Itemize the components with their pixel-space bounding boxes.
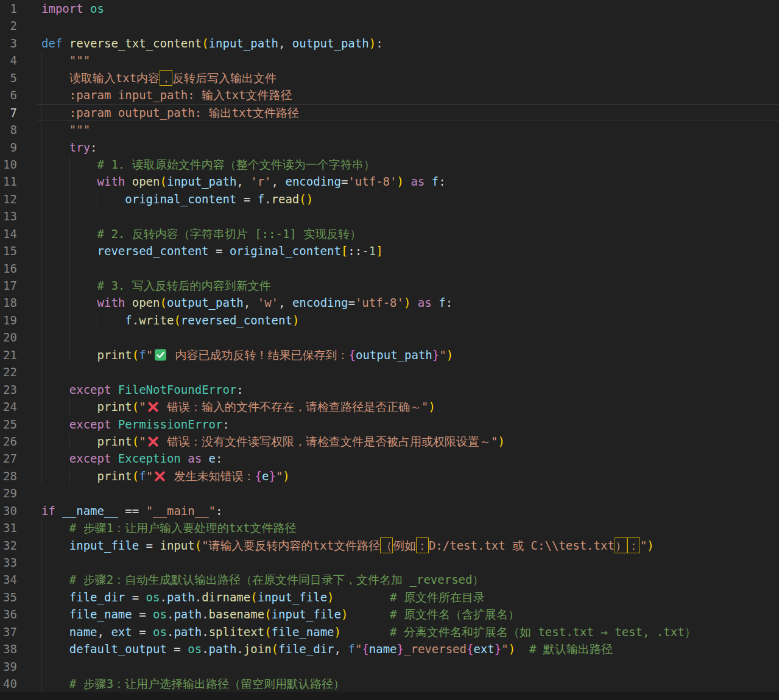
line-number[interactable]: 32 [0,537,37,554]
code-line-content[interactable]: input_file = input("请输入要反转内容的txt文件路径（例如：… [37,537,779,554]
code-line[interactable]: 36 file_name = os.path.basename(input_fi… [0,606,779,623]
code-editor[interactable]: 1import os23def reverse_txt_content(inpu… [0,0,779,700]
line-number[interactable]: 31 [0,519,37,536]
line-number[interactable]: 29 [0,485,37,502]
code-line-content[interactable] [37,363,779,380]
code-line[interactable]: 31 # 步骤1：让用户输入要处理的txt文件路径 [0,519,779,536]
line-number[interactable]: 14 [0,225,37,242]
code-line-content[interactable] [37,208,779,225]
code-line-content[interactable]: print(f" 发生未知错误：{e}") [37,467,779,485]
code-line[interactable]: 28 print(f" 发生未知错误：{e}") [0,467,779,485]
code-line-content[interactable]: """ [37,52,779,69]
code-line[interactable]: 11 with open(input_path, 'r', encoding='… [0,173,779,190]
code-line-content[interactable] [37,554,779,571]
line-number[interactable]: 17 [0,277,37,294]
code-line[interactable]: 10 # 1. 读取原始文件内容（整个文件读为一个字符串） [0,156,779,173]
line-number[interactable]: 1 [0,0,37,17]
code-line[interactable]: 32 input_file = input("请输入要反转内容的txt文件路径（… [0,537,779,554]
code-line[interactable]: 6 :param input_path: 输入txt文件路径 [0,86,779,103]
line-number[interactable]: 11 [0,173,37,190]
code-line[interactable]: 1import os [0,0,779,17]
code-line[interactable]: 37 name, ext = os.path.splitext(file_nam… [0,623,779,640]
code-line-content[interactable]: :param input_path: 输入txt文件路径 [37,86,779,103]
line-number[interactable]: 33 [0,554,37,571]
code-line-content[interactable]: file_dir = os.path.dirname(input_file) #… [37,589,779,606]
code-line-content[interactable]: reversed_content = original_content[::-1… [37,242,779,259]
code-line-content[interactable]: except Exception as e: [37,450,779,467]
line-number[interactable]: 5 [0,69,37,86]
line-number[interactable]: 37 [0,623,37,640]
code-line[interactable]: 4 """ [0,52,779,69]
code-line-content[interactable]: with open(input_path, 'r', encoding='utf… [37,173,779,190]
code-line[interactable]: 23 except FileNotFoundError: [0,381,779,398]
code-line[interactable]: 26 print(" 错误：没有文件读写权限，请检查文件是否被占用或权限设置～"… [0,433,779,450]
line-number[interactable]: 21 [0,346,37,363]
code-line-content[interactable] [37,17,779,34]
code-line-content[interactable] [37,329,779,346]
code-line[interactable]: 17 # 3. 写入反转后的内容到新文件 [0,277,779,294]
line-number[interactable]: 3 [0,35,37,52]
code-line-content[interactable]: f.write(reversed_content) [37,312,779,329]
line-number[interactable]: 24 [0,398,37,415]
line-number[interactable]: 6 [0,86,37,103]
code-line-content[interactable]: with open(output_path, 'w', encoding='ut… [37,294,779,311]
code-line[interactable]: 20 [0,329,779,346]
code-line-content[interactable]: # 2. 反转内容（字符串切片 [::-1] 实现反转） [37,225,779,242]
line-number[interactable]: 16 [0,260,37,277]
code-line[interactable]: 16 [0,260,779,277]
code-line-content[interactable]: print(" 错误：没有文件读写权限，请检查文件是否被占用或权限设置～") [37,433,779,450]
code-line[interactable]: 33 [0,554,779,571]
line-number[interactable]: 28 [0,467,37,485]
code-line-content[interactable]: # 步骤2：自动生成默认输出路径（在原文件同目录下，文件名加 _reversed… [37,571,779,588]
line-number[interactable]: 27 [0,450,37,467]
line-number[interactable]: 15 [0,242,37,259]
line-number[interactable]: 7 [0,104,37,121]
code-line-content[interactable]: import os [37,0,779,17]
line-number[interactable]: 12 [0,191,37,208]
line-number[interactable]: 19 [0,312,37,329]
code-line[interactable]: 3def reverse_txt_content(input_path, out… [0,35,779,52]
line-number[interactable]: 13 [0,208,37,225]
code-line[interactable]: 13 [0,208,779,225]
code-line[interactable]: 25 except PermissionError: [0,416,779,433]
code-line-content[interactable]: except PermissionError: [37,416,779,433]
line-number[interactable]: 18 [0,294,37,311]
line-number[interactable]: 30 [0,502,37,519]
code-line[interactable]: 38 default_output = os.path.join(file_di… [0,640,779,657]
code-line[interactable]: 27 except Exception as e: [0,450,779,467]
code-line[interactable]: 30if __name__ == "__main__": [0,502,779,519]
code-line[interactable]: 8 """ [0,121,779,138]
line-number[interactable]: 40 [0,675,37,692]
line-number[interactable]: 36 [0,606,37,623]
code-line-content[interactable]: print(f" 内容已成功反转！结果已保存到：{output_path}") [37,346,779,363]
code-line[interactable]: 7 :param output_path: 输出txt文件路径 [0,104,779,121]
code-line-content[interactable]: """ [37,121,779,138]
code-line[interactable]: 14 # 2. 反转内容（字符串切片 [::-1] 实现反转） [0,225,779,242]
code-line-content[interactable]: def reverse_txt_content(input_path, outp… [37,35,779,52]
code-line[interactable]: 19 f.write(reversed_content) [0,312,779,329]
code-line-content[interactable]: # 步骤3：让用户选择输出路径（留空则用默认路径） [37,675,779,692]
code-line[interactable]: 40 # 步骤3：让用户选择输出路径（留空则用默认路径） [0,675,779,692]
code-line-content[interactable]: # 步骤1：让用户输入要处理的txt文件路径 [37,519,779,536]
line-number[interactable]: 35 [0,589,37,606]
line-number[interactable]: 25 [0,416,37,433]
line-number[interactable]: 9 [0,139,37,156]
code-line[interactable]: 5 读取输入txt内容，反转后写入输出文件 [0,69,779,86]
code-line-content[interactable]: original_content = f.read() [37,191,779,208]
line-number[interactable]: 39 [0,658,37,675]
code-line[interactable]: 34 # 步骤2：自动生成默认输出路径（在原文件同目录下，文件名加 _rever… [0,571,779,588]
line-number[interactable]: 20 [0,329,37,346]
code-line[interactable]: 39 [0,658,779,675]
code-line[interactable]: 9 try: [0,139,779,156]
line-number[interactable]: 38 [0,640,37,657]
code-line-content[interactable]: # 1. 读取原始文件内容（整个文件读为一个字符串） [37,156,779,173]
code-line[interactable]: 2 [0,17,779,34]
code-line-content[interactable]: try: [37,139,779,156]
line-number[interactable]: 34 [0,571,37,588]
code-line-content[interactable]: default_output = os.path.join(file_dir, … [37,640,779,657]
line-number[interactable]: 26 [0,433,37,450]
code-line-content[interactable]: # 3. 写入反转后的内容到新文件 [37,277,779,294]
line-number[interactable]: 2 [0,17,37,34]
line-number[interactable]: 22 [0,363,37,380]
line-number[interactable]: 8 [0,121,37,138]
